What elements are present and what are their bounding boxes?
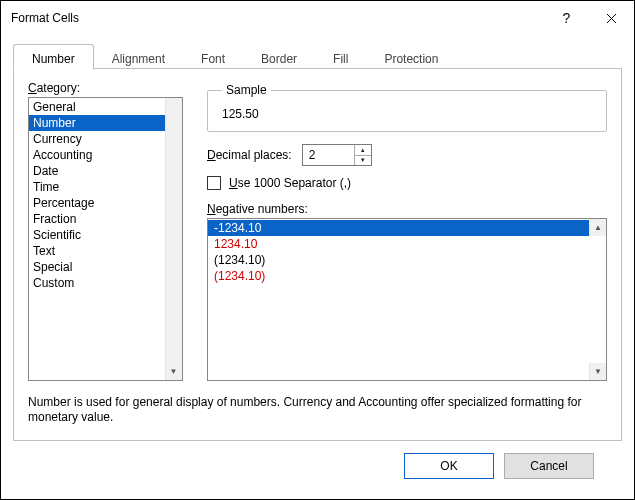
list-item[interactable]: Percentage: [29, 195, 182, 211]
thousand-separator-checkbox[interactable]: [207, 176, 221, 190]
list-item[interactable]: Number: [29, 115, 182, 131]
tab-alignment[interactable]: Alignment: [94, 44, 183, 70]
tab-border[interactable]: Border: [243, 44, 315, 70]
list-item[interactable]: (1234.10): [208, 252, 606, 268]
category-description: Number is used for general display of nu…: [28, 395, 607, 426]
ok-button[interactable]: OK: [404, 453, 494, 479]
cancel-button[interactable]: Cancel: [504, 453, 594, 479]
tab-font[interactable]: Font: [183, 44, 243, 70]
list-item[interactable]: -1234.10: [208, 220, 606, 236]
category-label: Category:: [28, 81, 183, 95]
category-listbox[interactable]: General Number Currency Accounting Date …: [28, 97, 183, 381]
decimal-places-spinner[interactable]: 2 ▲ ▼: [302, 144, 372, 166]
category-column: Category: General Number Currency Accoun…: [28, 81, 183, 381]
tab-body-number: Category: General Number Currency Accoun…: [13, 69, 622, 441]
titlebar[interactable]: Format Cells ?: [1, 1, 634, 35]
thousand-separator-row[interactable]: Use 1000 Separator (,): [207, 176, 607, 190]
negative-numbers-label: Negative numbers:: [207, 202, 607, 216]
scroll-up-icon[interactable]: ▲: [589, 219, 606, 236]
list-item[interactable]: 1234.10: [208, 236, 606, 252]
tab-number[interactable]: Number: [13, 44, 94, 70]
list-item[interactable]: Text: [29, 243, 182, 259]
sample-group: Sample 125.50: [207, 83, 607, 132]
scrollbar[interactable]: ▼: [165, 98, 182, 380]
close-icon: [606, 13, 617, 24]
sample-legend: Sample: [222, 83, 271, 97]
scroll-down-icon[interactable]: ▼: [589, 363, 606, 380]
list-item[interactable]: (1234.10): [208, 268, 606, 284]
list-item[interactable]: Accounting: [29, 147, 182, 163]
list-item[interactable]: Special: [29, 259, 182, 275]
list-item[interactable]: Custom: [29, 275, 182, 291]
list-item[interactable]: Fraction: [29, 211, 182, 227]
list-item[interactable]: Date: [29, 163, 182, 179]
thousand-separator-label: Use 1000 Separator (,): [229, 176, 351, 190]
format-cells-dialog: Format Cells ? Number Alignment Font Bor…: [0, 0, 635, 500]
tab-strip: Number Alignment Font Border Fill Protec…: [13, 43, 622, 69]
tab-protection[interactable]: Protection: [366, 44, 456, 70]
list-item[interactable]: Currency: [29, 131, 182, 147]
scroll-down-icon[interactable]: ▼: [165, 363, 182, 380]
tab-fill[interactable]: Fill: [315, 44, 366, 70]
decimal-places-value[interactable]: 2: [303, 145, 354, 165]
close-button[interactable]: [589, 2, 634, 34]
help-button[interactable]: ?: [544, 2, 589, 34]
window-title: Format Cells: [11, 11, 79, 25]
dialog-buttons: OK Cancel: [13, 441, 622, 487]
client-area: Number Alignment Font Border Fill Protec…: [1, 35, 634, 499]
sample-value: 125.50: [222, 107, 592, 121]
list-item[interactable]: General: [29, 99, 182, 115]
negative-numbers-listbox[interactable]: -1234.10 1234.10 (1234.10) (1234.10) ▲ ▼: [207, 218, 607, 381]
list-item[interactable]: Time: [29, 179, 182, 195]
spin-down-icon[interactable]: ▼: [355, 156, 371, 166]
list-item[interactable]: Scientific: [29, 227, 182, 243]
decimal-places-label: Decimal places:: [207, 148, 292, 162]
main-column: Sample 125.50 Decimal places: 2 ▲ ▼: [207, 81, 607, 381]
spin-up-icon[interactable]: ▲: [355, 145, 371, 156]
